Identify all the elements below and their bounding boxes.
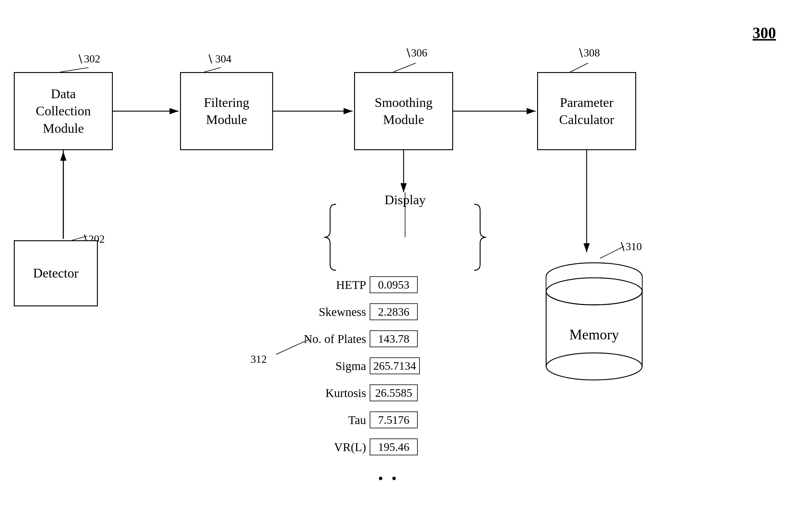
parameter-calculator: Parameter Calculator — [537, 72, 636, 150]
noplates-label: No. of Plates — [282, 332, 366, 346]
display-label: Display — [351, 192, 459, 208]
svg-line-10 — [60, 68, 89, 72]
continuation-dots: • • — [378, 470, 399, 486]
tau-label: Tau — [282, 413, 366, 427]
filtering-module: Filtering Module — [180, 72, 273, 150]
sigma-value: 265.7134 — [370, 357, 420, 374]
ref-312: 312 — [251, 353, 267, 365]
svg-point-19 — [546, 353, 642, 380]
skewness-label: Skewness — [282, 305, 366, 319]
display-row-tau: Tau 7.5176 — [282, 411, 418, 428]
smoothing-module: Smoothing Module — [354, 72, 453, 150]
svg-line-11 — [204, 68, 221, 72]
display-row-kurtosis: Kurtosis 26.5585 — [282, 385, 418, 401]
svg-line-12 — [393, 63, 416, 72]
ref-306: 306 — [411, 47, 427, 59]
hetp-label: HETP — [282, 278, 366, 292]
noplates-value: 143.78 — [370, 330, 418, 347]
display-row-hetp: HETP 0.0953 — [282, 276, 418, 293]
tau-value: 7.5176 — [370, 411, 418, 428]
kurtosis-value: 26.5585 — [370, 385, 418, 401]
display-row-sigma: Sigma 265.7134 — [282, 357, 420, 374]
ref-306-tick: ∖ — [405, 47, 411, 59]
sigma-label: Sigma — [282, 359, 366, 373]
hetp-value: 0.0953 — [370, 276, 418, 293]
display-row-skewness: Skewness 2.2836 — [282, 303, 418, 320]
detector-module: Detector — [14, 240, 98, 306]
ref-302-tick: ∖ — [77, 52, 83, 65]
ref-310-tick: ∖ — [619, 240, 626, 253]
ref-308-tick: ∖ — [577, 47, 584, 59]
page-number: 300 — [753, 24, 776, 42]
kurtosis-label: Kurtosis — [282, 386, 366, 400]
display-row-vrl: VR(L) 195.46 — [282, 438, 418, 455]
ref-310: 310 — [626, 240, 642, 253]
skewness-value: 2.2836 — [370, 303, 418, 320]
diagram: 300 — [0, 0, 812, 525]
ref-304-tick: ∖ — [206, 52, 213, 65]
ref-304: 304 — [213, 52, 231, 65]
svg-rect-21 — [546, 276, 642, 291]
vrl-value: 195.46 — [370, 438, 418, 455]
memory-cylinder-svg: Memory — [537, 252, 651, 387]
data-collection-module: Data Collection Module — [14, 72, 113, 150]
vrl-label: VR(L) — [282, 440, 366, 454]
svg-line-13 — [570, 63, 588, 72]
ref-302: 302 — [84, 52, 100, 65]
svg-text:Memory: Memory — [569, 327, 619, 342]
ref-308: 308 — [584, 47, 600, 59]
display-row-noplates: No. of Plates 143.78 — [282, 330, 418, 347]
